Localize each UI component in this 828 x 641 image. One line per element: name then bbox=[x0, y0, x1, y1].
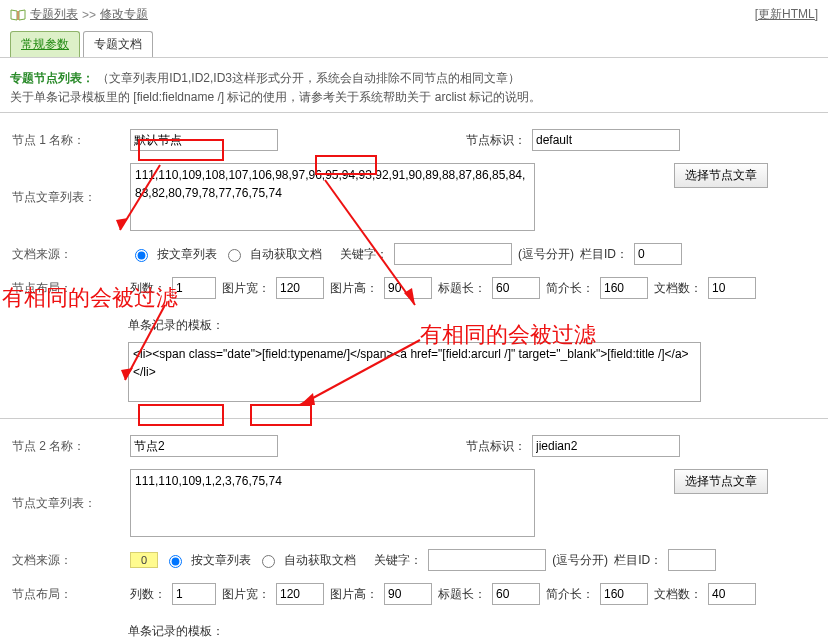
svg-rect-0 bbox=[17, 11, 19, 20]
node2-titlelen-input[interactable] bbox=[492, 583, 540, 605]
breadcrumb-sep: >> bbox=[82, 8, 96, 22]
node2-keyword-input[interactable] bbox=[428, 549, 546, 571]
node2-introlen-label: 简介长： bbox=[546, 586, 594, 603]
node1-source-list-label: 按文章列表 bbox=[157, 246, 217, 263]
node1-imgw-input[interactable] bbox=[276, 277, 324, 299]
node1-imgh-label: 图片高： bbox=[330, 280, 378, 297]
node1-list-label: 节点文章列表： bbox=[10, 163, 122, 206]
node1-layout-label: 节点布局： bbox=[10, 280, 122, 297]
node1-colid-label: 栏目ID： bbox=[580, 246, 628, 263]
node1-name-input[interactable] bbox=[130, 129, 278, 151]
breadcrumb-edit[interactable]: 修改专题 bbox=[100, 6, 148, 23]
node2-colid-input[interactable] bbox=[668, 549, 716, 571]
node2-imgw-label: 图片宽： bbox=[222, 586, 270, 603]
node1-imgw-label: 图片宽： bbox=[222, 280, 270, 297]
node2-layout-label: 节点布局： bbox=[10, 586, 122, 603]
node1-source-auto-radio[interactable] bbox=[228, 249, 241, 262]
node1-source-auto-label: 自动获取文档 bbox=[250, 246, 322, 263]
node2-list-textarea[interactable] bbox=[130, 469, 535, 537]
node2-source-auto-label: 自动获取文档 bbox=[284, 552, 356, 569]
tab-docs[interactable]: 专题文档 bbox=[83, 31, 153, 57]
node1-doccount-input[interactable] bbox=[708, 277, 756, 299]
node2-colid-label: 栏目ID： bbox=[614, 552, 662, 569]
tab-general[interactable]: 常规参数 bbox=[10, 31, 80, 57]
node1-keyword-input[interactable] bbox=[394, 243, 512, 265]
node1-name-label: 节点 1 名称： bbox=[10, 132, 122, 149]
node2-introlen-input[interactable] bbox=[600, 583, 648, 605]
note-line-2: 关于单条记录模板里的 [field:fieldname /] 标记的使用，请参考… bbox=[10, 89, 818, 106]
node2-badge: 0 bbox=[130, 552, 158, 568]
node1-flag-input[interactable] bbox=[532, 129, 680, 151]
node2-cols-input[interactable] bbox=[172, 583, 216, 605]
node2-flag-input[interactable] bbox=[532, 435, 680, 457]
node1-introlen-label: 简介长： bbox=[546, 280, 594, 297]
node1-doccount-label: 文档数： bbox=[654, 280, 702, 297]
node2-titlelen-label: 标题长： bbox=[438, 586, 486, 603]
book-icon bbox=[10, 9, 26, 21]
node2-tpl-label: 单条记录的模板： bbox=[128, 623, 224, 640]
update-html-link[interactable]: [更新HTML] bbox=[755, 6, 818, 23]
node2-select-articles-button[interactable]: 选择节点文章 bbox=[674, 469, 768, 494]
node2-flag-label: 节点标识： bbox=[466, 438, 526, 455]
node2-imgw-input[interactable] bbox=[276, 583, 324, 605]
node1-list-textarea[interactable] bbox=[130, 163, 535, 231]
node1-comma-note: (逗号分开) bbox=[518, 246, 574, 263]
node1-tpl-textarea[interactable] bbox=[128, 342, 701, 402]
node1-colid-input[interactable] bbox=[634, 243, 682, 265]
breadcrumb: 专题列表 >> 修改专题 bbox=[10, 6, 148, 23]
node1-introlen-input[interactable] bbox=[600, 277, 648, 299]
node2-cols-label: 列数： bbox=[130, 586, 166, 603]
node2-source-auto-radio[interactable] bbox=[262, 555, 275, 568]
node1-cols-label: 列数： bbox=[130, 280, 166, 297]
node1-tpl-label: 单条记录的模板： bbox=[128, 317, 224, 334]
node2-doccount-input[interactable] bbox=[708, 583, 756, 605]
node1-select-articles-button[interactable]: 选择节点文章 bbox=[674, 163, 768, 188]
breadcrumb-list[interactable]: 专题列表 bbox=[30, 6, 78, 23]
node2-doccount-label: 文档数： bbox=[654, 586, 702, 603]
node1-cols-input[interactable] bbox=[172, 277, 216, 299]
node1-flag-label: 节点标识： bbox=[466, 132, 526, 149]
node2-source-list-label: 按文章列表 bbox=[191, 552, 251, 569]
node2-source-label: 文档来源： bbox=[10, 552, 122, 569]
node2-source-list-radio[interactable] bbox=[169, 555, 182, 568]
node2-imgh-input[interactable] bbox=[384, 583, 432, 605]
node2-list-label: 节点文章列表： bbox=[10, 469, 122, 512]
node2-imgh-label: 图片高： bbox=[330, 586, 378, 603]
node2-name-label: 节点 2 名称： bbox=[10, 438, 122, 455]
node1-keyword-label: 关键字： bbox=[340, 246, 388, 263]
node2-name-input[interactable] bbox=[130, 435, 278, 457]
node1-source-list-radio[interactable] bbox=[135, 249, 148, 262]
node1-titlelen-label: 标题长： bbox=[438, 280, 486, 297]
node1-titlelen-input[interactable] bbox=[492, 277, 540, 299]
node2-comma-note: (逗号分开) bbox=[552, 552, 608, 569]
node1-source-label: 文档来源： bbox=[10, 246, 122, 263]
node1-imgh-input[interactable] bbox=[384, 277, 432, 299]
node2-keyword-label: 关键字： bbox=[374, 552, 422, 569]
note-line-1: 专题节点列表： （文章列表用ID1,ID2,ID3这样形式分开，系统会自动排除不… bbox=[10, 70, 818, 87]
